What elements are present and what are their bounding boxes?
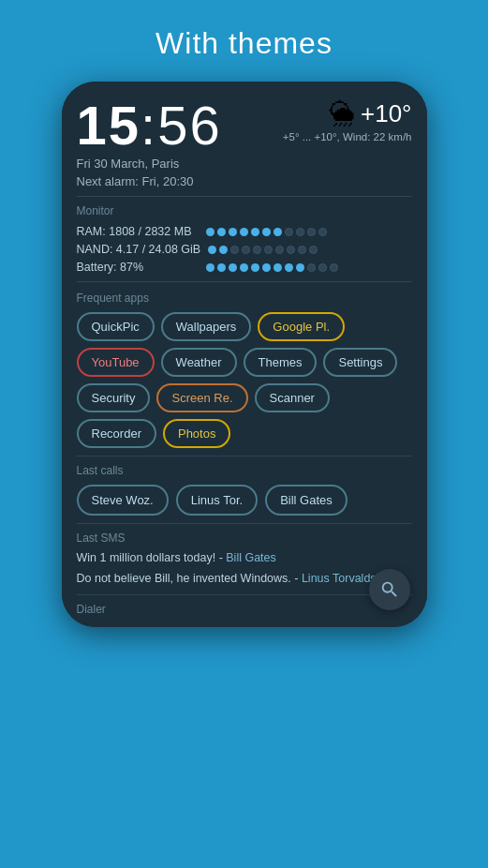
sms-author: Bill Gates: [226, 551, 276, 564]
phone-screen: 15:56 Fri 30 March, Paris Next alarm: Fr…: [62, 82, 427, 627]
dot-filled: [296, 263, 304, 272]
divider-sms: [77, 594, 412, 595]
dot-empty: [275, 246, 284, 254]
dot-empty: [285, 228, 293, 236]
apps-grid: QuickPicWallpapersGoogle Pl.YouTubeWeath…: [77, 312, 412, 448]
colon: :: [140, 95, 157, 156]
dot-filled: [229, 263, 237, 272]
dot-empty: [318, 263, 327, 272]
monitor-row-label: RAM: 1808 / 2832 MB: [77, 225, 199, 238]
divider-apps: [77, 456, 412, 456]
sms-text: Win 1 million dollars today! -: [77, 551, 227, 564]
date-line1: Fri 30 March, Paris: [77, 157, 222, 171]
dot-filled: [208, 246, 216, 254]
dots-bar: [206, 228, 327, 236]
dot-empty: [318, 228, 327, 236]
app-button[interactable]: Photos: [163, 419, 230, 448]
dot-filled: [251, 263, 259, 272]
frequent-apps-label: Frequent apps: [77, 292, 412, 305]
app-button[interactable]: Weather: [161, 348, 237, 377]
monitor-row: NAND: 4.17 / 24.08 GiB: [77, 243, 412, 256]
app-button[interactable]: Recorder: [77, 419, 156, 448]
call-button[interactable]: Linus Tor.: [176, 485, 258, 516]
weather-temp: +10°: [361, 99, 412, 128]
dot-filled: [219, 246, 228, 254]
app-button[interactable]: Themes: [244, 348, 318, 377]
date-line2: Next alarm: Fri, 20:30: [77, 174, 222, 188]
sms-row: Win 1 million dollars today! - Bill Gate…: [77, 550, 412, 567]
dot-filled: [262, 263, 271, 272]
sms-text: Do not believe Bill, he invented Windows…: [77, 572, 302, 585]
time-block: 15:56 Fri 30 March, Paris Next alarm: Fr…: [77, 98, 222, 188]
dot-filled: [274, 263, 282, 272]
app-button[interactable]: Wallpapers: [161, 312, 252, 341]
dot-filled: [206, 228, 214, 236]
monitor-rows: RAM: 1808 / 2832 MBNAND: 4.17 / 24.08 Gi…: [77, 225, 412, 274]
app-button[interactable]: Settings: [323, 348, 397, 377]
dot-empty: [242, 246, 250, 254]
dot-filled: [217, 263, 226, 272]
dot-filled: [217, 228, 226, 236]
dot-filled: [229, 228, 237, 236]
weather-icon: 🌦: [329, 98, 355, 129]
divider-calls: [77, 523, 412, 524]
minute: 56: [157, 95, 222, 156]
search-icon: [379, 579, 400, 600]
call-button[interactable]: Bill Gates: [265, 485, 348, 516]
weather-block: 🌦 +10° +5° ... +10°, Wind: 22 km/h: [283, 98, 412, 142]
dot-filled: [274, 228, 282, 236]
monitor-row-label: NAND: 4.17 / 24.08 GiB: [77, 243, 201, 256]
sms-author: Linus Torvalds: [302, 572, 377, 585]
app-button[interactable]: Screen Re.: [156, 383, 247, 412]
dot-empty: [307, 228, 316, 236]
dot-filled: [251, 228, 259, 236]
monitor-row: Battery: 87%: [77, 261, 412, 274]
dot-empty: [309, 246, 318, 254]
dialer-label: Dialer: [77, 603, 412, 616]
dot-filled: [240, 263, 248, 272]
app-button[interactable]: Security: [77, 383, 151, 412]
dot-empty: [253, 246, 261, 254]
time-display: 15:56: [77, 98, 222, 153]
divider-top: [77, 196, 412, 197]
top-bar: 15:56 Fri 30 March, Paris Next alarm: Fr…: [77, 98, 412, 188]
weather-details: +5° ... +10°, Wind: 22 km/h: [283, 131, 412, 142]
divider-monitor: [77, 281, 412, 282]
app-button[interactable]: Scanner: [255, 383, 330, 412]
app-button[interactable]: YouTube: [77, 348, 155, 377]
dot-empty: [296, 228, 304, 236]
dot-empty: [298, 246, 306, 254]
app-button[interactable]: Google Pl.: [258, 312, 345, 341]
last-calls-label: Last calls: [77, 464, 412, 477]
sms-list: Win 1 million dollars today! - Bill Gate…: [77, 550, 412, 587]
sms-row: Do not believe Bill, he invented Windows…: [77, 571, 412, 588]
call-button[interactable]: Steve Woz.: [77, 485, 169, 516]
dot-empty: [287, 246, 295, 254]
hour: 15: [77, 95, 141, 156]
dot-filled: [285, 263, 293, 272]
weather-icon-temp: 🌦 +10°: [283, 98, 412, 129]
dot-empty: [307, 263, 316, 272]
calls-row: Steve Woz.Linus Tor.Bill Gates: [77, 485, 412, 516]
dot-empty: [330, 263, 338, 272]
dot-filled: [240, 228, 248, 236]
dot-filled: [262, 228, 271, 236]
dot-filled: [206, 263, 214, 272]
monitor-row: RAM: 1808 / 2832 MB: [77, 225, 412, 238]
last-sms-label: Last SMS: [77, 531, 412, 545]
search-fab-button[interactable]: [369, 569, 410, 610]
page-title: With themes: [155, 26, 333, 61]
app-button[interactable]: QuickPic: [77, 312, 155, 341]
monitor-label: Monitor: [77, 204, 412, 217]
dot-empty: [230, 246, 239, 254]
monitor-row-label: Battery: 87%: [77, 261, 199, 274]
dots-bar: [206, 263, 338, 272]
phone-frame: 15:56 Fri 30 March, Paris Next alarm: Fr…: [62, 82, 427, 627]
phone-screen-wrap: 15:56 Fri 30 March, Paris Next alarm: Fr…: [62, 82, 427, 627]
dots-bar: [208, 246, 318, 254]
dot-empty: [264, 246, 273, 254]
